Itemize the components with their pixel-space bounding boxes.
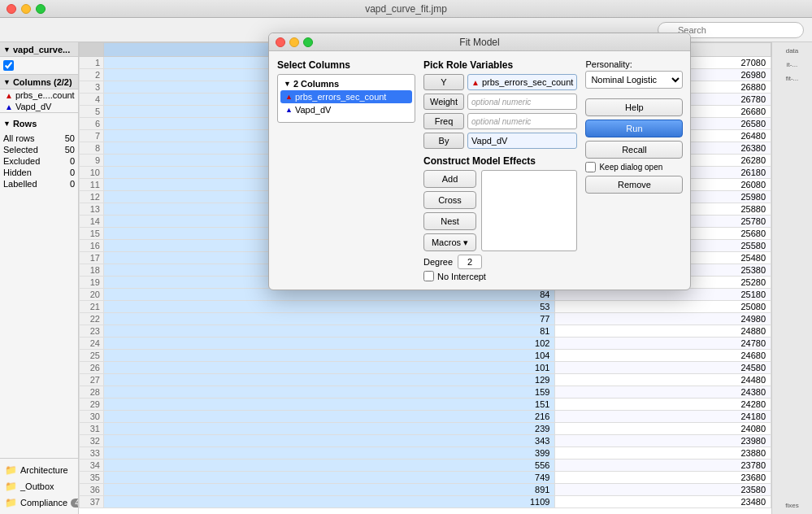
col1-cell[interactable]: 81 — [104, 325, 555, 338]
col2-cell[interactable]: 23680 — [555, 472, 771, 484]
keep-dialog-row: Keep dialog open — [585, 162, 683, 172]
by-role-input[interactable]: Vapd_dV — [467, 133, 577, 149]
col1-cell[interactable]: 343 — [104, 435, 555, 447]
col1-cell[interactable]: 151 — [104, 399, 555, 411]
col1-cell[interactable]: 77 — [104, 313, 555, 325]
col1-cell[interactable]: 399 — [104, 447, 555, 460]
col2-cell[interactable]: 23480 — [555, 496, 771, 508]
construct-buttons: Add Cross Nest Macros ▾ — [423, 170, 476, 251]
col2-cell[interactable]: 24180 — [555, 411, 771, 423]
sidebar-col-2[interactable]: ▲ Vapd_dV — [0, 101, 78, 112]
col1-cell[interactable]: 891 — [104, 484, 555, 496]
col1-cell[interactable]: 1109 — [104, 496, 555, 508]
title-bar: vapd_curve_fit.jmp — [0, 0, 812, 18]
sidebar-col-1[interactable]: ▲ prbs_e....count — [0, 89, 78, 101]
right-panel-it[interactable]: it-... — [785, 59, 799, 70]
weight-role-button[interactable]: Weight — [423, 94, 464, 110]
degree-input[interactable] — [458, 255, 482, 269]
close-button[interactable] — [7, 4, 16, 14]
dialog-col-item-1[interactable]: ▲ prbs_errors_sec_count — [280, 90, 412, 103]
col2-cell[interactable]: 24880 — [555, 325, 771, 338]
col2-cell[interactable]: 24480 — [555, 374, 771, 386]
col1-checkbox[interactable] — [3, 60, 14, 71]
folder-outbox[interactable]: 📁 _Outbox — [0, 478, 78, 494]
dialog-min-button[interactable] — [289, 37, 299, 47]
table-row: 2410224780 — [80, 338, 771, 350]
col1-cell[interactable]: 556 — [104, 460, 555, 472]
columns-header[interactable]: ▼ Columns (2/2) — [0, 75, 78, 89]
col1-cell[interactable]: 102 — [104, 338, 555, 350]
row-num-cell: 20 — [80, 289, 104, 301]
weight-role-input[interactable]: optional numeric — [467, 94, 577, 110]
keep-dialog-checkbox[interactable] — [585, 162, 596, 172]
sidebar-folders: 📁 Architecture 📁 _Outbox 📁 Compliance 4 — [0, 459, 78, 514]
col2-cell[interactable]: 23580 — [555, 484, 771, 496]
freq-role-input[interactable]: optional numeric — [467, 113, 577, 129]
right-panel-fixes[interactable]: fixes — [784, 500, 800, 511]
dialog-col-item-2[interactable]: ▲ Vapd_dV — [280, 103, 412, 116]
minimize-button[interactable] — [21, 4, 31, 14]
rows-section: ▼ Rows All rows 50 Selected 50 Excluded … — [0, 112, 78, 193]
run-button[interactable]: Run — [585, 120, 683, 137]
y-role-input[interactable]: ▲ prbs_errors_sec_count — [467, 74, 577, 90]
col1-cell[interactable]: 239 — [104, 423, 555, 435]
row-num-cell: 27 — [80, 374, 104, 386]
no-intercept-checkbox[interactable] — [423, 271, 434, 281]
role-row-freq: Freq optional numeric — [423, 113, 577, 129]
col2-cell[interactable]: 24780 — [555, 338, 771, 350]
col2-cell[interactable]: 24980 — [555, 313, 771, 325]
remove-button[interactable]: Remove — [585, 176, 683, 194]
construct-body: Add Cross Nest Macros ▾ — [423, 170, 577, 251]
macros-button[interactable]: Macros ▾ — [423, 233, 476, 251]
rows-label: Rows — [13, 119, 37, 128]
no-intercept-label: No Intercept — [437, 272, 486, 281]
personality-select[interactable]: Nominal Logistic Standard Least Squares … — [585, 71, 683, 89]
col2-cell[interactable]: 24680 — [555, 350, 771, 362]
sidebar-table-header[interactable]: ▼ vapd_curve... — [0, 42, 78, 57]
col1-cell[interactable]: 104 — [104, 350, 555, 362]
rows-selected-value: 50 — [65, 145, 75, 155]
nest-button[interactable]: Nest — [423, 212, 476, 230]
col2-cell[interactable]: 23980 — [555, 435, 771, 447]
row-num-cell: 1 — [80, 57, 104, 69]
construct-effects-box[interactable] — [481, 170, 577, 251]
dialog-close-button[interactable] — [276, 37, 285, 47]
col1-cell[interactable]: 53 — [104, 301, 555, 313]
rows-hidden-value: 0 — [70, 168, 75, 177]
by-role-button[interactable]: By — [423, 133, 464, 149]
y-role-button[interactable]: Y — [423, 74, 464, 90]
recall-button[interactable]: Recall — [585, 141, 683, 159]
col2-cell[interactable]: 25080 — [555, 301, 771, 313]
role-row-y: Y ▲ prbs_errors_sec_count — [423, 74, 577, 90]
add-button[interactable]: Add — [423, 170, 476, 188]
degree-label: Degree — [423, 257, 453, 267]
row-num-cell: 23 — [80, 325, 104, 338]
col2-cell[interactable]: 23780 — [555, 460, 771, 472]
right-panel-fit[interactable]: fit-... — [784, 73, 801, 84]
folder-architecture[interactable]: 📁 Architecture — [0, 462, 78, 478]
dialog-max-button[interactable] — [303, 37, 313, 47]
cross-button[interactable]: Cross — [423, 191, 476, 209]
col2-cell[interactable]: 24580 — [555, 362, 771, 374]
freq-role-button[interactable]: Freq — [423, 113, 464, 129]
folder-compliance[interactable]: 📁 Compliance 4 — [0, 494, 78, 511]
role-row-by: By Vapd_dV — [423, 133, 577, 149]
col2-cell[interactable]: 23880 — [555, 447, 771, 460]
col2-cell[interactable]: 24080 — [555, 423, 771, 435]
col1-cell[interactable]: 129 — [104, 374, 555, 386]
folder-architecture-icon: 📁 — [5, 464, 17, 476]
col1-cell[interactable]: 749 — [104, 472, 555, 484]
row-num-cell: 28 — [80, 386, 104, 399]
table-row: 3689123580 — [80, 484, 771, 496]
row-num-cell: 31 — [80, 423, 104, 435]
maximize-button[interactable] — [36, 4, 46, 14]
help-button[interactable]: Help — [585, 98, 683, 116]
right-panel-data[interactable]: data — [784, 46, 801, 56]
col-checkbox-red[interactable] — [3, 59, 75, 72]
col1-cell[interactable]: 216 — [104, 411, 555, 423]
col2-cell[interactable]: 24380 — [555, 386, 771, 399]
row-num-cell: 11 — [80, 179, 104, 191]
col2-cell[interactable]: 24280 — [555, 399, 771, 411]
col1-cell[interactable]: 159 — [104, 386, 555, 399]
col1-cell[interactable]: 101 — [104, 362, 555, 374]
